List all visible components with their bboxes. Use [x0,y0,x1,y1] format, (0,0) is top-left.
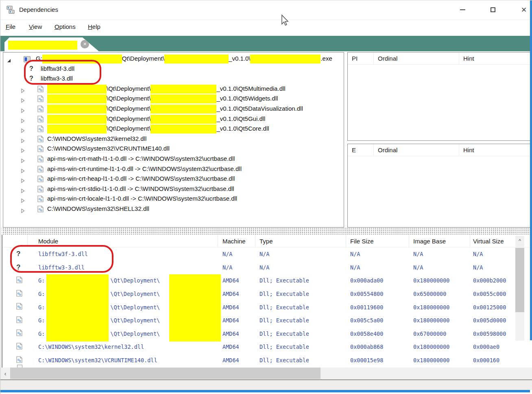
column-header[interactable]: Hint [459,53,530,64]
imports-panel: PIOrdinalHint [347,52,530,141]
column-header[interactable]: E [348,144,374,156]
path-text: \Qt\Deployment\ [107,105,150,112]
tree-row[interactable]: \Qt\Deployment\_v0.1.0\Qt5DataVisualizat… [3,104,344,114]
expand-arrow-icon[interactable] [20,86,25,91]
module-path-text: C:\WINDOWS\system32\kernel32.dll [38,344,144,350]
expand-arrow-icon[interactable] [20,126,25,131]
dependencies-window: Dependencies ✕ FileViewOptionsHelp ✕ G:Q… [0,0,532,394]
virtual-size-cell: N/A [470,251,513,257]
column-header[interactable]: File Size [346,235,409,247]
expand-arrow-icon[interactable] [20,146,25,151]
virtual-size-cell: 0x00598000 [470,331,513,337]
module-path-text: G: [38,317,45,324]
expand-arrow-icon[interactable] [20,196,25,201]
splitter-handle[interactable] [2,228,531,234]
table-row[interactable]: C:\WINDOWS\system32\VCRUNTIME140.dllAMD6… [2,354,532,367]
horizontal-scrollbar-thumb[interactable] [10,368,321,379]
scroll-up-icon[interactable]: ^ [515,236,524,245]
expand-arrow-icon[interactable] [20,186,25,191]
image-base-cell: 0x67000000 [409,331,470,337]
virtual-size-cell: 0x000ae0 [470,344,513,350]
tree-row[interactable]: C:\WINDOWS\system32\VCRUNTIME140.dll [3,144,344,154]
expand-arrow-icon[interactable] [20,116,25,121]
column-header[interactable]: Ordinal [374,144,459,156]
column-header[interactable]: Type [255,235,346,247]
table-row[interactable]: C:\WINDOWS\system32\kernel32.dllAMD64Dll… [2,340,532,354]
dll-module-icon [16,344,22,351]
column-header[interactable]: Image Base [409,235,470,247]
horizontal-scrollbar[interactable]: ‹ [0,368,532,379]
redaction-highlight [250,55,321,63]
tree-row[interactable]: \Qt\Deployment\_v0.1.0\Qt5Core.dll [3,124,344,134]
expand-arrow-icon[interactable] [20,96,25,101]
tree-row[interactable]: C:\WINDOWS\system32\SHELL32.dll [3,204,344,214]
clipped-row-icon [17,365,22,368]
imports-panel-header: PIOrdinalHint [348,53,530,65]
type-cell: Dll; Executable [255,344,346,350]
minimize-button[interactable] [453,0,472,19]
redaction-highlight [164,55,229,63]
tree-row[interactable]: api-ms-win-crt-math-l1-1-0.dll -> C:\WIN… [3,154,344,164]
tree-row[interactable]: \Qt\Deployment\_v0.1.0\Qt5Widgets.dll [3,94,344,104]
close-button[interactable]: ✕ [515,0,532,19]
path-text: .exe [321,55,332,62]
tree-row[interactable]: \Qt\Deployment\_v0.1.0\Qt5Multimedia.dll [3,84,344,94]
vertical-scrollbar[interactable]: ^ [515,236,524,341]
menu-help[interactable]: Help [88,23,100,30]
path-text: C:\WINDOWS\system32\kernel32.dll [47,135,146,142]
column-header[interactable]: Hint [459,144,530,156]
collapse-arrow-icon[interactable] [7,56,11,61]
document-tab[interactable]: ✕ [4,37,99,51]
image-base-cell: N/A [409,264,470,271]
maximize-button[interactable] [484,0,502,19]
column-header[interactable]: PI [348,53,374,64]
expand-arrow-icon[interactable] [20,206,25,211]
expand-arrow-icon[interactable] [20,156,25,161]
menu-view[interactable]: View [29,23,42,30]
column-header[interactable]: Virtual Size [470,235,513,247]
file-size-cell: 0x005c5a00 [346,317,409,324]
tree-row[interactable]: api-ms-win-crt-runtime-l1-1-0.dll -> C:\… [3,164,344,174]
virtual-size-cell: N/A [470,264,513,271]
virtual-size-cell: 0x005d0000 [470,317,513,324]
redaction-highlight [150,105,216,114]
type-cell: Dll; Executable [255,331,346,337]
tree-row[interactable]: \Qt\Deployment\_v0.1.0\Qt5Gui.dll [3,114,344,124]
window-title: Dependencies [19,6,58,13]
path-text: C:\WINDOWS\system32\VCRUNTIME140.dll [47,145,170,152]
menu-options[interactable]: Options [55,23,76,30]
tree-row[interactable]: api-ms-win-crt-stdio-l1-1-0.dll -> C:\WI… [3,184,344,194]
file-size-cell: 0x000ab868 [346,344,409,350]
tree-row-label: \Qt\Deployment\_v0.1.0\Qt5Multimedia.dll [3,84,286,94]
dll-module-icon [16,357,22,364]
redaction-highlight [47,94,107,103]
file-size-cell: 0x0058e400 [346,331,409,337]
dll-module-icon [37,105,44,112]
scroll-left-icon[interactable]: ‹ [0,368,10,379]
menu-file[interactable]: File [6,23,15,30]
type-cell: Dll; Executable [255,317,346,324]
path-text: \Qt\Deployment\ [107,95,150,102]
file-size-cell: 0x00554800 [346,291,409,297]
file-size-cell: N/A [346,264,409,271]
expand-arrow-icon[interactable] [20,166,25,171]
column-header[interactable]: Ordinal [374,53,459,64]
machine-cell: AMD64 [218,304,255,311]
tree-row[interactable]: C:\WINDOWS\system32\kernel32.dll [3,134,344,144]
module-cell: G:\Qt\Deployment\ [28,277,218,284]
virtual-size-cell: 0x000b2000 [470,277,513,284]
machine-cell: AMD64 [218,357,255,363]
tabbar: ✕ [0,36,532,51]
expand-arrow-icon[interactable] [20,176,25,181]
tree-row[interactable]: api-ms-win-crt-heap-l1-1-0.dll -> C:\WIN… [3,174,344,184]
column-header[interactable]: Machine [218,235,255,247]
expand-arrow-icon[interactable] [20,106,25,111]
tree-row-label: \Qt\Deployment\_v0.1.0\Qt5DataVisualizat… [3,104,303,114]
type-cell: Dll; Executable [255,277,346,284]
expand-arrow-icon[interactable] [20,136,25,141]
type-cell: N/A [255,251,346,257]
module-path-text: \Qt\Deployment\ [110,317,160,324]
tab-close-button[interactable]: ✕ [81,40,89,48]
tree-row[interactable]: api-ms-win-crt-locale-l1-1-0.dll -> C:\W… [3,194,344,204]
vertical-scrollbar-thumb[interactable] [515,248,524,312]
